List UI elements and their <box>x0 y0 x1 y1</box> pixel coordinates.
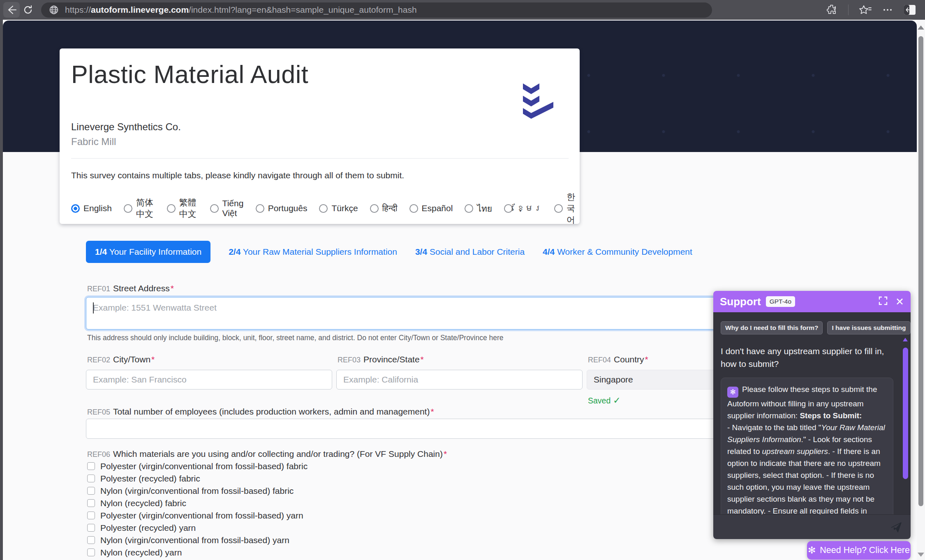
language-option-zh-hant[interactable]: 繁體中文 <box>167 197 198 220</box>
tab-your-facility-information[interactable]: 1/4 Your Facility Information <box>86 241 210 263</box>
send-icon[interactable] <box>890 521 902 535</box>
quick-replies: Why do I need to fill this form? I have … <box>721 321 893 334</box>
text-caret <box>93 302 94 313</box>
toolbar-divider <box>848 5 849 15</box>
language-option-korean[interactable]: 한국어 <box>554 191 580 226</box>
support-chat-widget: Support GPT-4o ✕ Why do I need to fill t… <box>713 291 911 539</box>
browser-window: https://autoform.lineverge.com/index.htm… <box>0 0 925 560</box>
check-icon: ✓ <box>613 395 620 406</box>
close-icon[interactable]: ✕ <box>895 296 904 308</box>
tab-social-labor-criteria[interactable]: 3/4 Social and Labor Criteria <box>415 247 525 257</box>
form-header-card: Plastic Material Audit Lineverge Synthet… <box>60 48 580 224</box>
tab-raw-material-suppliers[interactable]: 2/4 Your Raw Material Suppliers Informat… <box>229 247 397 257</box>
radio-icon <box>504 204 513 213</box>
radio-icon <box>210 204 219 213</box>
materials-checkbox-group: Polyester (virgin/conventional from foss… <box>87 462 308 557</box>
checkbox-icon <box>87 499 95 507</box>
chat-scroll-thumb[interactable] <box>903 348 908 479</box>
support-conversation: Why do I need to fill this form? I have … <box>713 312 911 514</box>
model-badge: GPT-4o <box>766 296 795 307</box>
chat-input-bar[interactable] <box>713 514 911 539</box>
openai-icon: ✻ <box>808 545 816 556</box>
language-option-thai[interactable]: ไทย <box>465 202 492 215</box>
street-address-helper: This address should only include buildin… <box>87 334 504 342</box>
header-divider <box>71 158 569 159</box>
expand-icon[interactable] <box>878 296 888 307</box>
radio-icon <box>370 204 379 213</box>
openai-icon: ✻ <box>727 387 738 398</box>
radio-icon <box>124 204 132 213</box>
radio-icon <box>319 204 328 213</box>
city-town-label: REF02City/Town* <box>87 355 332 364</box>
language-option-khmer[interactable]: ខ្មែរ <box>504 203 542 213</box>
total-employees-label: REF05Total number of employees (includes… <box>87 407 434 417</box>
page-scrollbar[interactable] <box>917 20 925 560</box>
reload-icon <box>23 5 33 15</box>
window-frame-edge <box>0 20 3 560</box>
tab-worker-community-development[interactable]: 4/4 Worker & Community Development <box>543 247 692 257</box>
material-option-polyester-virgin-fabric[interactable]: Polyester (virgin/conventional from foss… <box>87 462 308 470</box>
facility-type: Fabric Mill <box>71 136 116 147</box>
scrollbar-down-icon[interactable] <box>918 553 924 557</box>
material-option-nylon-virgin-yarn[interactable]: Nylon (virgin/conventional from fossil-b… <box>87 536 308 544</box>
city-town-input[interactable] <box>86 370 332 389</box>
url-text: https://autoform.lineverge.com/index.htm… <box>65 5 417 15</box>
material-option-polyester-recycled-fabric[interactable]: Polyester (recycled) fabric <box>87 474 308 483</box>
checkbox-icon <box>87 524 95 532</box>
language-option-spanish[interactable]: Español <box>409 203 453 213</box>
checkbox-icon <box>87 548 95 556</box>
radio-icon <box>167 204 176 213</box>
province-state-input[interactable] <box>336 370 583 389</box>
quick-reply-issues-submitting[interactable]: I have issues submitting <box>827 321 910 334</box>
radio-icon <box>409 204 418 213</box>
back-button[interactable] <box>3 2 20 18</box>
radio-icon <box>554 204 563 213</box>
reload-button[interactable] <box>20 2 36 18</box>
checkbox-icon <box>87 462 95 470</box>
checkbox-icon <box>87 487 95 495</box>
language-selector: English 简体中文 繁體中文 Tiếng Việt Português T… <box>71 191 580 226</box>
material-option-nylon-virgin-fabric[interactable]: Nylon (virgin/conventional from fossil-b… <box>87 486 308 495</box>
page-title: Plastic Material Audit <box>71 60 308 89</box>
material-option-polyester-recycled-yarn[interactable]: Polyester (recycled) yarn <box>87 523 308 532</box>
sidebar-panel-icon[interactable] <box>904 5 916 15</box>
favorites-icon[interactable] <box>859 4 872 16</box>
radio-selected-icon <box>71 204 80 213</box>
language-option-english[interactable]: English <box>71 203 112 213</box>
material-option-nylon-recycled-yarn[interactable]: Nylon (recycled) yarn <box>87 548 308 557</box>
back-icon <box>6 5 17 15</box>
globe-icon <box>49 5 59 15</box>
lineverge-logo-icon <box>523 83 554 122</box>
survey-note: This survey contains multiple tabs, plea… <box>71 171 404 180</box>
language-option-turkish[interactable]: Türkçe <box>319 203 358 213</box>
address-bar[interactable]: https://autoform.lineverge.com/index.htm… <box>41 2 712 18</box>
scroll-up-icon[interactable] <box>903 338 908 341</box>
street-address-label: REF01Street Address* <box>87 283 174 293</box>
language-option-portuguese[interactable]: Português <box>256 203 308 213</box>
form-tab-bar: 1/4 Your Facility Information 2/4 Your R… <box>86 241 692 263</box>
material-option-polyester-virgin-yarn[interactable]: Polyester (virgin/conventional from foss… <box>87 511 308 520</box>
material-option-nylon-recycled-fabric[interactable]: Nylon (recycled) fabric <box>87 499 308 507</box>
checkbox-icon <box>87 475 95 482</box>
checkbox-icon <box>87 512 95 519</box>
language-option-vietnamese[interactable]: Tiếng Việt <box>210 198 244 218</box>
quick-reply-why-fill-form[interactable]: Why do I need to fill this form? <box>721 321 823 334</box>
language-option-hindi[interactable]: हिन्दी <box>370 203 398 213</box>
chat-scrollbar[interactable] <box>903 337 909 514</box>
company-name: Lineverge Synthetics Co. <box>71 121 181 133</box>
more-menu-icon[interactable] <box>882 5 893 15</box>
materials-label: REF06Which materials are you using and/o… <box>87 449 447 459</box>
checkbox-icon <box>87 536 95 544</box>
scrollbar-up-icon[interactable] <box>918 25 924 30</box>
browser-toolbar: https://autoform.lineverge.com/index.htm… <box>0 0 925 20</box>
assistant-message: ✻Please follow these steps to submit the… <box>721 378 893 514</box>
radio-icon <box>256 204 264 213</box>
radio-icon <box>465 204 473 213</box>
page-scroll-thumb[interactable] <box>918 36 923 506</box>
support-header: Support GPT-4o ✕ <box>713 291 911 312</box>
extensions-icon[interactable] <box>826 4 837 16</box>
province-state-label: REF03Province/State* <box>338 355 583 364</box>
user-message: I don't have any upstream supplier to fi… <box>721 345 897 370</box>
need-help-button[interactable]: ✻ Need Help? Click Here <box>807 541 911 560</box>
language-option-zh-hans[interactable]: 简体中文 <box>124 197 155 220</box>
